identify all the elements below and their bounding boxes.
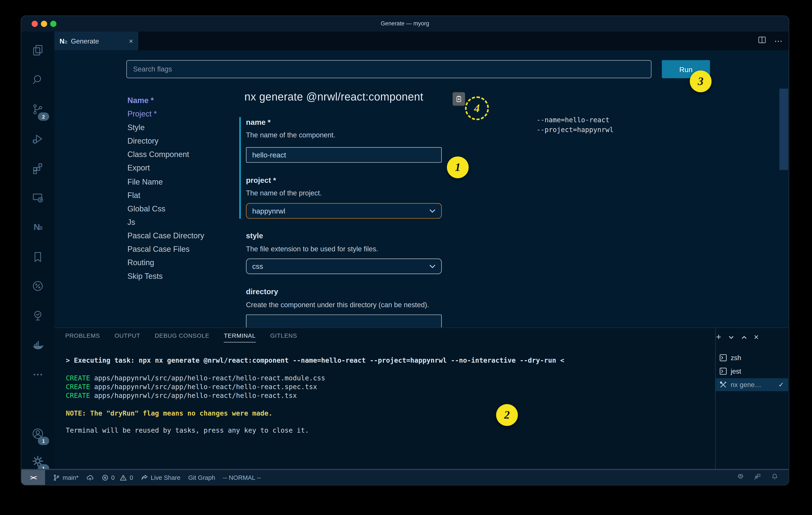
annotation-marker-3: 3 bbox=[690, 71, 712, 92]
window-title: Generate — myorg bbox=[21, 20, 789, 26]
required-fields-bar bbox=[239, 117, 241, 219]
nav-item-directory[interactable]: Directory bbox=[127, 134, 204, 148]
terminal-create-line: CREATE apps/happynrwl/src/app/hello-reac… bbox=[66, 374, 325, 382]
accounts-icon[interactable]: 1 bbox=[21, 421, 54, 446]
tab-output[interactable]: OUTPUT bbox=[115, 333, 140, 343]
nav-item-class-component[interactable]: Class Component bbox=[127, 148, 204, 161]
activity-bar: 2 N≥ bbox=[21, 32, 54, 469]
kraken-icon[interactable] bbox=[736, 472, 745, 482]
more-actions-icon[interactable]: ⋯ bbox=[774, 36, 783, 46]
nav-item-js[interactable]: Js bbox=[127, 215, 204, 229]
git-branch-item[interactable]: main* bbox=[53, 474, 79, 481]
terminal-dropdown-icon[interactable] bbox=[728, 333, 734, 342]
terminal-list-item-nx-generate[interactable]: nx gene… ✓ bbox=[716, 378, 788, 391]
status-bar: >< main* 0 0 Live Share Git Graph -- NOR… bbox=[21, 469, 789, 485]
sync-item[interactable] bbox=[86, 474, 94, 481]
task-success-check-icon: ✓ bbox=[778, 381, 784, 388]
new-terminal-icon[interactable]: + bbox=[716, 332, 721, 343]
project-field-label: project * bbox=[246, 176, 276, 185]
accounts-badge: 1 bbox=[38, 437, 49, 445]
terminal-icon bbox=[719, 368, 727, 375]
terminal-list-separator bbox=[715, 328, 716, 469]
git-graph-item[interactable]: Git Graph bbox=[188, 474, 215, 481]
source-control-icon[interactable]: 2 bbox=[21, 97, 54, 122]
nav-item-export[interactable]: Export bbox=[127, 161, 204, 175]
live-share-item[interactable]: Live Share bbox=[141, 474, 180, 481]
nx-console-icon[interactable]: N≥ bbox=[21, 215, 54, 240]
terminal-icon bbox=[719, 354, 727, 361]
tab-gitlens[interactable]: GITLENS bbox=[270, 333, 297, 343]
git-branch-icon bbox=[53, 474, 60, 481]
run-debug-icon[interactable] bbox=[21, 127, 54, 152]
name-field-input[interactable] bbox=[246, 147, 442, 163]
nav-item-routing[interactable]: Routing bbox=[127, 256, 204, 269]
cli-args-preview: --name=hello-react --project=happynrwl bbox=[536, 115, 613, 135]
close-panel-icon[interactable]: × bbox=[754, 333, 759, 342]
tab-terminal[interactable]: TERMINAL bbox=[224, 333, 256, 343]
nav-item-project[interactable]: Project * bbox=[127, 107, 204, 121]
project-field-select[interactable]: happynrwl bbox=[246, 203, 442, 219]
nav-item-file-name[interactable]: File Name bbox=[127, 175, 204, 188]
cloud-upload-icon bbox=[86, 474, 94, 481]
titlebar: Generate — myorg bbox=[21, 16, 789, 32]
annotation-marker-2: 2 bbox=[496, 404, 518, 426]
vim-mode-indicator[interactable]: -- NORMAL -- bbox=[223, 474, 261, 481]
terminal-reuse-line: Terminal will be reused by tasks, press … bbox=[66, 427, 309, 434]
more-views-icon[interactable] bbox=[21, 362, 54, 387]
style-field-select[interactable]: css bbox=[246, 259, 442, 274]
panel-actions: + × bbox=[716, 332, 759, 343]
docker-icon[interactable] bbox=[21, 333, 54, 357]
extensions-icon[interactable] bbox=[21, 156, 54, 181]
bookmarks-icon[interactable] bbox=[21, 244, 54, 269]
nav-item-pascal-case-directory[interactable]: Pascal Case Directory bbox=[127, 229, 204, 242]
directory-field-description: Create the component under this director… bbox=[246, 301, 429, 309]
live-share-icon bbox=[141, 474, 148, 481]
annotation-marker-4: 4 bbox=[465, 97, 489, 120]
remote-indicator[interactable]: >< bbox=[21, 470, 45, 485]
problems-item[interactable]: 0 0 bbox=[101, 474, 133, 481]
tab-problems[interactable]: PROBLEMS bbox=[65, 333, 100, 343]
nav-item-flat[interactable]: Flat bbox=[127, 188, 204, 202]
split-editor-icon[interactable] bbox=[758, 36, 766, 46]
explorer-icon[interactable] bbox=[21, 38, 54, 63]
error-icon bbox=[101, 474, 109, 481]
chevron-down-icon bbox=[429, 209, 435, 213]
notifications-bell-icon[interactable] bbox=[771, 472, 779, 482]
terminal-list-item-jest[interactable]: jest bbox=[716, 365, 788, 378]
directory-field-label: directory bbox=[246, 288, 278, 296]
task-tools-icon bbox=[719, 381, 727, 388]
editor-scrollbar[interactable] bbox=[779, 88, 788, 170]
tab-debug-console[interactable]: DEBUG CONSOLE bbox=[155, 333, 209, 343]
tab-bar: N≥ Generate × ⋯ bbox=[54, 32, 789, 50]
tab-close-icon[interactable]: × bbox=[129, 37, 133, 45]
circle-node-icon[interactable] bbox=[21, 273, 54, 298]
vscode-window: Generate — myorg 2 bbox=[21, 16, 789, 486]
nav-item-name[interactable]: Name * bbox=[127, 94, 204, 107]
terminal-exec-line: > Executing task: npx nx generate @nrwl/… bbox=[66, 356, 564, 364]
project-field-description: The name of the project. bbox=[246, 189, 322, 197]
directory-field-input[interactable] bbox=[246, 315, 442, 327]
nav-item-skip-tests[interactable]: Skip Tests bbox=[127, 269, 204, 283]
search-flags-input[interactable] bbox=[126, 60, 651, 78]
panel-tabs: PROBLEMS OUTPUT DEBUG CONSOLE TERMINAL G… bbox=[65, 333, 297, 343]
clipboard-icon bbox=[456, 94, 462, 104]
search-icon[interactable] bbox=[21, 67, 54, 92]
chevron-down-icon bbox=[429, 264, 435, 268]
tab-label: Generate bbox=[71, 37, 99, 45]
name-field-label: name * bbox=[246, 118, 271, 127]
terminal-create-line: CREATE apps/happynrwl/src/app/hello-reac… bbox=[66, 392, 297, 399]
todo-tree-icon[interactable] bbox=[21, 303, 54, 328]
tab-generate[interactable]: N≥ Generate × bbox=[54, 32, 138, 50]
nav-item-global-css[interactable]: Global Css bbox=[127, 202, 204, 215]
terminal-list-item-zsh[interactable]: zsh bbox=[716, 351, 788, 364]
style-field-label: style bbox=[246, 232, 263, 240]
remote-explorer-icon[interactable] bbox=[21, 185, 54, 210]
nav-item-style[interactable]: Style bbox=[127, 121, 204, 134]
maximize-panel-icon[interactable] bbox=[741, 333, 747, 342]
generator-options-nav: Name * Project * Style Directory Class C… bbox=[127, 94, 204, 283]
name-field-description: The name of the component. bbox=[246, 131, 336, 139]
nav-item-pascal-case-files[interactable]: Pascal Case Files bbox=[127, 243, 204, 256]
feedback-icon[interactable] bbox=[754, 472, 762, 482]
copy-command-button[interactable] bbox=[453, 92, 465, 106]
terminal-note-line: NOTE: The "dryRun" flag means no changes… bbox=[66, 409, 272, 417]
